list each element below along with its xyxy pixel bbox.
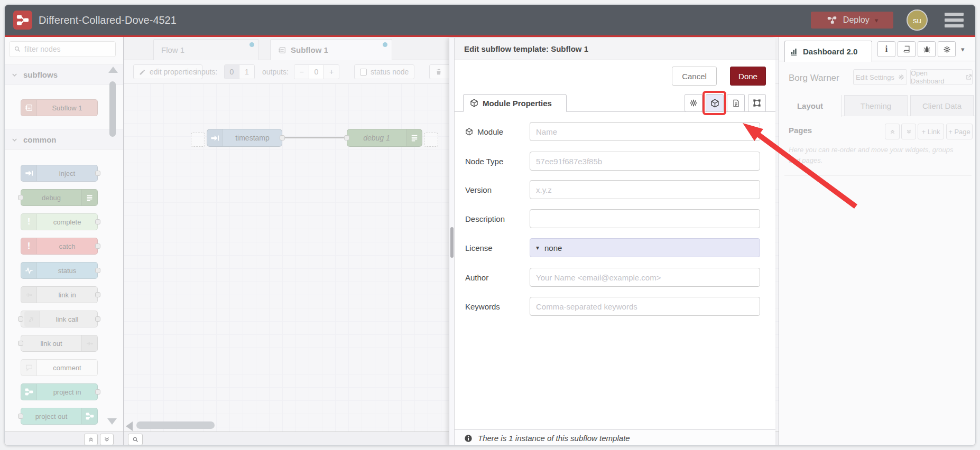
debug-icon[interactable] xyxy=(406,129,422,146)
move-up-button[interactable] xyxy=(885,124,900,139)
output-port xyxy=(95,316,100,322)
dashboard-tabs: Layout Theming Client Data xyxy=(779,95,976,116)
palette-node-link-out[interactable]: link out xyxy=(21,335,98,352)
tab-module-properties[interactable]: Module Properties xyxy=(463,94,567,112)
add-page-button[interactable]: + Page xyxy=(946,124,973,139)
instance-note: There is 1 instance of this subflow temp… xyxy=(478,434,630,443)
tray-resize-handle[interactable] xyxy=(450,227,454,258)
output-port[interactable] xyxy=(280,135,285,140)
palette-scroll-up-icon[interactable] xyxy=(108,67,118,73)
divider xyxy=(784,175,972,176)
status-node-toggle[interactable]: status node xyxy=(354,64,414,79)
edit-properties-button[interactable]: edit properties xyxy=(133,64,202,79)
inputs-label: inputs: xyxy=(196,64,217,79)
deploy-caret-icon[interactable]: ▾ xyxy=(875,16,879,24)
external-link-icon xyxy=(966,74,972,80)
deploy-button[interactable]: Deploy ▾ xyxy=(811,12,893,29)
appearance-tab-button[interactable] xyxy=(748,94,766,112)
palette-node-status[interactable]: status xyxy=(21,262,98,279)
debug-messages-button[interactable] xyxy=(918,41,936,57)
version-label: Version xyxy=(465,180,492,199)
sidebar-menu-caret-icon[interactable]: ▾ xyxy=(961,45,965,53)
dialog-title: Edit subflow template: Subflow 1 xyxy=(455,38,775,60)
zoom-search-button[interactable] xyxy=(128,434,143,445)
version-input[interactable] xyxy=(530,180,760,199)
dialog-body: Edit subflow template: Subflow 1 Cancel … xyxy=(454,38,775,446)
node-type-field-row: Node Type xyxy=(455,152,775,171)
tab-subflow-1[interactable]: Subflow 1 xyxy=(270,39,392,60)
edit-settings-button[interactable]: Edit Settings xyxy=(853,69,907,85)
user-avatar[interactable]: su xyxy=(907,10,928,31)
node-type-input[interactable] xyxy=(530,152,760,171)
tab-flow-1[interactable]: Flow 1 xyxy=(153,39,259,60)
palette-node-debug[interactable]: debug xyxy=(21,189,98,206)
comment-icon xyxy=(21,360,37,376)
hscroll-left-icon[interactable] xyxy=(126,421,133,431)
pages-heading: Pages xyxy=(789,126,812,135)
outputs-minus-button[interactable]: − xyxy=(294,65,309,79)
horizontal-scrollbar[interactable] xyxy=(136,421,215,429)
outputs-plus-button[interactable]: + xyxy=(324,65,339,79)
tab-theming[interactable]: Theming xyxy=(844,95,908,116)
palette-node-project-out[interactable]: project out xyxy=(21,408,98,425)
palette-node-subflow-1[interactable]: Subflow 1 xyxy=(21,99,98,116)
inputs-option-1[interactable]: 1 xyxy=(239,65,254,79)
palette-node-link-in[interactable]: link in xyxy=(21,286,98,303)
tab-dashboard-2[interactable]: Dashboard 2.0 xyxy=(784,41,872,62)
edit-properties-tab-button[interactable] xyxy=(685,94,702,112)
project-name: Borg Warner xyxy=(789,73,839,83)
done-button[interactable]: Done xyxy=(730,67,766,86)
expand-all-button[interactable] xyxy=(100,434,114,445)
open-dashboard-button[interactable]: Open Dashboard xyxy=(910,69,973,85)
info-tab-button[interactable]: i xyxy=(877,41,895,57)
module-properties-tab-button[interactable] xyxy=(706,94,724,112)
palette-node-project-in[interactable]: project in xyxy=(21,383,98,400)
tab-client-data[interactable]: Client Data xyxy=(910,95,974,116)
license-field-row: License ▾ none xyxy=(455,238,775,257)
module-input[interactable] xyxy=(530,122,760,141)
palette-scrollbar[interactable] xyxy=(109,81,116,137)
help-book-button[interactable] xyxy=(898,41,916,57)
select-caret-icon: ▾ xyxy=(536,244,539,251)
config-nodes-button[interactable] xyxy=(938,41,956,57)
add-link-button[interactable]: + Link xyxy=(918,124,944,139)
canvas-node-debug-1[interactable]: debug 1 xyxy=(347,129,422,147)
cancel-button[interactable]: Cancel xyxy=(672,67,717,86)
palette-node-catch[interactable]: ! catch xyxy=(21,238,98,255)
canvas-node-timestamp[interactable]: timestamp xyxy=(207,129,282,147)
palette-node-link-call[interactable]: link call xyxy=(21,311,98,327)
palette-node-inject[interactable]: inject xyxy=(21,165,98,182)
main-menu-icon[interactable] xyxy=(945,13,964,27)
description-label: Description xyxy=(465,209,505,228)
outputs-value[interactable]: 0 xyxy=(309,65,324,79)
description-tab-button[interactable] xyxy=(727,94,745,112)
outputs-label: outputs: xyxy=(262,64,289,79)
gear-icon xyxy=(689,99,698,107)
palette-node-comment[interactable]: comment xyxy=(21,359,98,376)
output-port xyxy=(95,171,100,176)
project-in-icon xyxy=(21,384,37,400)
palette-filter-input[interactable] xyxy=(24,45,104,53)
subflow-input-stub[interactable] xyxy=(191,133,205,147)
description-input[interactable] xyxy=(530,209,760,228)
palette-category-common[interactable]: common xyxy=(5,129,123,150)
link-out-icon xyxy=(81,335,97,351)
palette-category-subflows[interactable]: subflows xyxy=(5,64,123,85)
palette-scroll-down-icon[interactable] xyxy=(107,418,117,425)
author-label: Author xyxy=(465,268,488,287)
move-down-button[interactable] xyxy=(901,124,916,139)
author-input[interactable] xyxy=(530,268,760,287)
wire[interactable] xyxy=(284,137,344,138)
checkbox-icon[interactable] xyxy=(360,69,367,76)
license-select[interactable]: ▾ none xyxy=(530,238,760,257)
tab-layout[interactable]: Layout xyxy=(779,95,842,117)
keywords-input[interactable] xyxy=(530,297,760,316)
right-sidebar: Dashboard 2.0 i ▾ Borg Warner Edit Setti… xyxy=(779,37,976,446)
palette-node-complete[interactable]: ! complete xyxy=(21,213,98,230)
inputs-option-0[interactable]: 0 xyxy=(225,65,239,79)
palette-filter[interactable] xyxy=(9,41,116,57)
collapse-all-button[interactable] xyxy=(84,434,98,445)
dialog-footer: There is 1 instance of this subflow temp… xyxy=(455,429,775,446)
subflow-output-stub[interactable] xyxy=(424,133,438,147)
chevron-down-icon xyxy=(11,136,18,143)
